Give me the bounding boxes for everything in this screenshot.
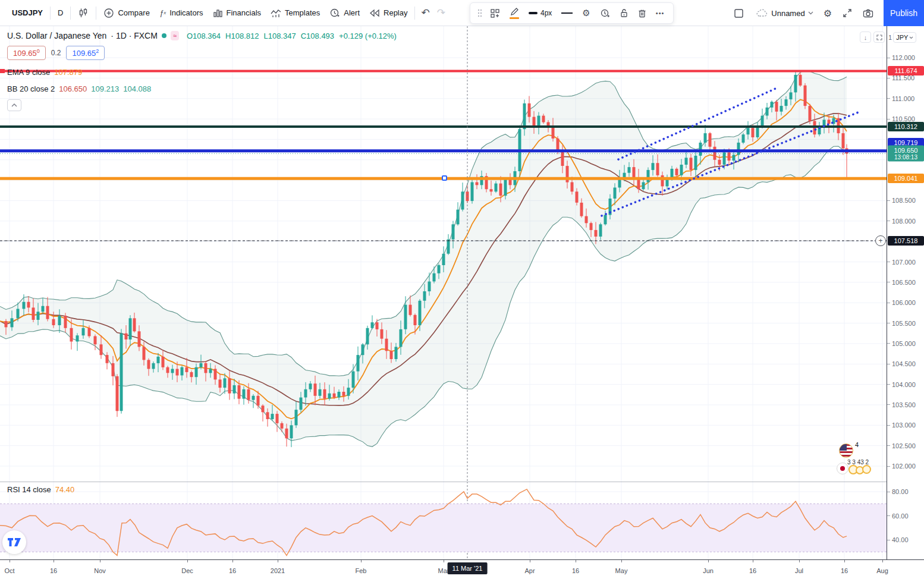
pane-separator[interactable]	[0, 482, 887, 482]
candle-body	[466, 191, 469, 201]
candle-body	[195, 367, 198, 378]
chart-type-button[interactable]	[73, 4, 93, 22]
candle-body	[304, 389, 307, 398]
candle-body	[457, 210, 460, 225]
candle-body	[209, 369, 212, 373]
add-alert-on-drawing-button[interactable]	[596, 7, 614, 20]
add-drawing-button[interactable]	[486, 7, 504, 20]
candle-body	[252, 396, 255, 400]
candle-body	[328, 394, 331, 399]
candle-body	[509, 180, 512, 185]
redo-button[interactable]: ↷	[433, 4, 449, 21]
candle-body	[94, 336, 97, 345]
undo-button[interactable]: ↶	[417, 4, 433, 21]
expand-icon	[843, 8, 852, 18]
rsi-tick-label: 80.00	[887, 488, 924, 495]
rsi-legend-row[interactable]: RSI 14 close 74.40	[7, 485, 74, 494]
currency-toggle-button[interactable]: JPY	[893, 32, 916, 43]
candle-body	[352, 372, 355, 388]
tradingview-logo[interactable]	[2, 530, 26, 554]
financials-label: Financials	[227, 8, 262, 17]
chevron-down-icon	[808, 11, 813, 15]
time-tick-label: Feb	[356, 567, 367, 574]
price-axis[interactable]: 1 JPY ↓ 112.000111.500111.000110.500108.…	[887, 26, 924, 559]
time-tick-mark	[844, 560, 845, 562]
layout-select-button[interactable]	[730, 7, 748, 20]
cloud-icon	[756, 9, 768, 17]
candle-body	[680, 165, 683, 175]
alert-button[interactable]: Alert	[325, 4, 364, 22]
delete-drawing-button[interactable]	[634, 7, 650, 20]
open-value: O108.364	[187, 32, 221, 40]
more-options-button[interactable]: •••	[652, 8, 669, 18]
price-label-111.674: 111.674	[888, 66, 924, 76]
bb-legend-row[interactable]: BB 20 close 2 106.650 109.213 104.088	[7, 84, 397, 93]
line-style-button[interactable]	[557, 11, 577, 15]
time-tick-mark	[232, 560, 233, 562]
candle-body	[181, 367, 184, 376]
templates-button[interactable]: Templates	[266, 5, 325, 21]
chart-settings-button[interactable]: ⚙	[819, 6, 836, 21]
candle-body	[70, 328, 73, 342]
crosshair-add-alert-button[interactable]: +	[875, 235, 886, 246]
candle-body	[52, 319, 55, 325]
interval-button[interactable]: D	[53, 5, 68, 21]
indicators-button[interactable]: ƒx Indicators	[155, 5, 208, 21]
line-width-button[interactable]: 4px	[524, 7, 556, 19]
hline-drag-handle[interactable]	[442, 175, 447, 181]
compare-button[interactable]: Compare	[99, 4, 154, 22]
candle-body	[88, 328, 91, 336]
candle-body	[357, 355, 360, 372]
market-status-icon[interactable]	[162, 33, 166, 38]
scroll-to-realtime-button[interactable]: ↓	[860, 32, 871, 43]
candle-body	[804, 86, 807, 106]
approx-data-icon[interactable]: ≈	[171, 31, 179, 40]
sell-price-button[interactable]: 109.650	[7, 46, 46, 60]
layout-name-button[interactable]: Unnamed	[753, 6, 816, 21]
buy-price-button[interactable]: 109.652	[66, 46, 105, 60]
candle-body	[428, 282, 431, 292]
financials-button[interactable]: Financials	[208, 4, 266, 21]
candle-body	[747, 128, 750, 134]
rsi-pane[interactable]	[0, 482, 887, 559]
ema-label: EMA 9 close	[7, 68, 50, 77]
line-style-icon	[561, 12, 573, 14]
candle-body	[599, 224, 602, 237]
candle-body	[538, 116, 540, 127]
symbol-button[interactable]: USDJPY	[7, 5, 48, 21]
time-tick-label: 16	[749, 567, 756, 574]
fullscreen-button[interactable]	[838, 7, 856, 20]
time-tick-label: May	[615, 567, 628, 574]
candle-body	[233, 385, 236, 394]
candle-body	[271, 414, 274, 419]
time-axis[interactable]: Oct16NovDec162021FebMarApr16MayJun16Jul1…	[0, 559, 924, 585]
drag-handle-icon[interactable]	[475, 9, 485, 17]
toolbar-right-group: Unnamed ⚙	[730, 0, 924, 26]
candle-body	[423, 291, 426, 301]
interval-exchange[interactable]: · 1D · FXCM	[111, 31, 158, 40]
drawing-settings-button[interactable]: ⚙	[578, 6, 594, 20]
symbol-title[interactable]: U.S. Dollar / Japanese Yen	[7, 31, 106, 40]
collapse-legend-button[interactable]	[7, 99, 21, 111]
lock-drawing-button[interactable]	[615, 7, 633, 20]
candle-body	[780, 106, 783, 112]
bar-chart-icon	[213, 8, 223, 18]
us-flag-icon[interactable]	[839, 444, 853, 458]
maximize-pane-button[interactable]	[873, 32, 885, 43]
candle-body	[809, 106, 812, 121]
axis-prefix: 1	[888, 34, 892, 41]
candle-body	[371, 322, 374, 328]
candle-body	[362, 344, 364, 355]
snapshot-button[interactable]	[859, 7, 878, 20]
japan-flag-icon[interactable]	[837, 463, 848, 474]
candle-body	[120, 334, 123, 411]
ema-legend-row[interactable]: EMA 9 close 107.879	[7, 68, 397, 77]
color-pencil-button[interactable]	[505, 6, 523, 21]
publish-button[interactable]: Publish	[884, 0, 924, 26]
replay-button[interactable]: Replay	[364, 5, 412, 21]
candle-body	[116, 376, 119, 411]
candle-body	[580, 203, 583, 216]
event-badge-icon[interactable]	[862, 465, 871, 474]
candle-body	[571, 183, 574, 192]
pencil-icon	[510, 8, 519, 16]
